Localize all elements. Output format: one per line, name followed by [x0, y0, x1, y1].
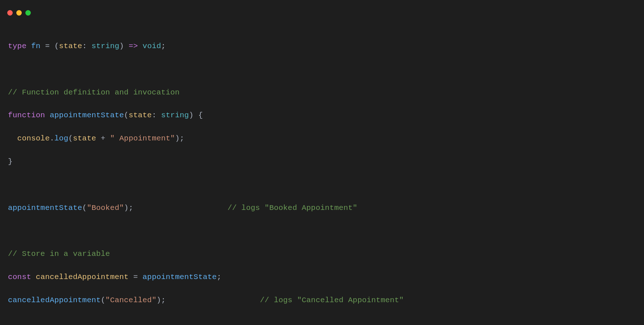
code-line: } — [8, 156, 636, 168]
ident-console: console — [17, 134, 50, 143]
code-line: type fn = (state: string) => void; — [8, 41, 636, 52]
window-titlebar — [0, 0, 644, 19]
keyword-const: const — [8, 273, 31, 281]
code-line: // Store in a variable — [8, 248, 636, 260]
code-line: const cancelledAppointment = appointment… — [8, 271, 636, 283]
ident-appointmentstate: appointmentState — [142, 273, 217, 281]
minimize-icon[interactable] — [16, 10, 22, 16]
string-literal: " Appointment" — [110, 134, 175, 143]
call-cancelledappointment: cancelledAppointment — [8, 296, 101, 304]
param-state: state — [59, 42, 82, 50]
code-line: appointmentState("Booked");// logs "Book… — [8, 202, 636, 214]
code-line — [8, 318, 636, 325]
code-editor[interactable]: type fn = (state: string) => void; // Fu… — [0, 19, 644, 325]
string-literal: "Cancelled" — [105, 296, 157, 304]
code-line: console.log(state + " Appointment"); — [8, 133, 636, 144]
type-alias-name: fn — [31, 42, 41, 50]
type-void: void — [142, 42, 161, 50]
method-log: log — [54, 134, 68, 143]
close-icon[interactable] — [7, 10, 13, 16]
code-line: // Function definition and invocation — [8, 87, 636, 98]
arrow-icon: => — [124, 42, 142, 50]
function-name: appointmentState — [50, 111, 124, 119]
keyword-function: function — [8, 111, 45, 119]
type-string: string — [161, 111, 189, 119]
keyword-type: type — [8, 42, 26, 50]
code-line — [8, 179, 636, 191]
param-state: state — [129, 111, 152, 119]
code-line: function appointmentState(state: string)… — [8, 110, 636, 121]
zoom-icon[interactable] — [25, 10, 31, 16]
ident-state: state — [73, 134, 96, 143]
code-line — [8, 225, 636, 237]
comment: // Store in a variable — [8, 248, 110, 260]
comment: // logs "Cancelled Appointment" — [260, 296, 404, 304]
string-literal: "Booked" — [87, 204, 124, 212]
code-line: cancelledAppointment("Cancelled");// log… — [8, 295, 636, 306]
ident-cancelledappointment: cancelledAppointment — [36, 273, 129, 281]
type-string: string — [91, 42, 119, 50]
code-window: type fn = (state: string) => void; // Fu… — [0, 0, 644, 325]
code-line — [8, 64, 636, 75]
call-appointmentstate: appointmentState — [8, 204, 82, 212]
comment: // logs "Booked Appointment" — [228, 204, 357, 212]
comment: // Function definition and invocation — [8, 87, 180, 98]
